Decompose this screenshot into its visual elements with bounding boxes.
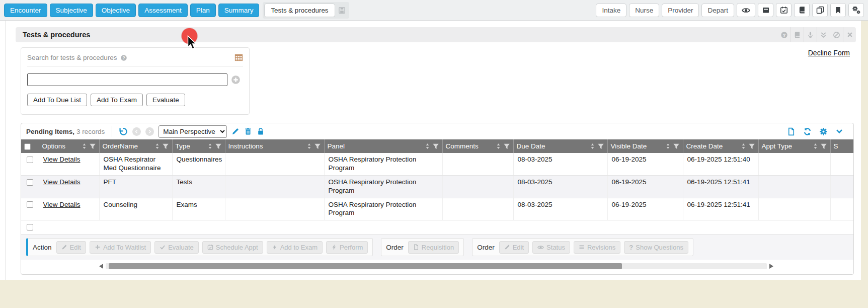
sort-icon[interactable] bbox=[589, 143, 596, 149]
search-input[interactable] bbox=[27, 73, 227, 86]
next-perspective-icon[interactable] bbox=[145, 127, 154, 136]
scroll-left-arrow[interactable] bbox=[99, 264, 103, 269]
refresh-icon[interactable] bbox=[803, 127, 812, 136]
new-document-icon[interactable] bbox=[787, 127, 796, 136]
collapse-chevron-down-icon[interactable] bbox=[835, 127, 843, 135]
sort-icon[interactable] bbox=[812, 143, 819, 149]
book-icon[interactable] bbox=[791, 27, 804, 42]
depart-button[interactable]: Depart bbox=[701, 4, 734, 17]
sort-icon[interactable] bbox=[665, 143, 671, 149]
bookmark-button[interactable] bbox=[830, 3, 846, 17]
cell-type: Tests bbox=[172, 175, 225, 198]
sort-icon[interactable] bbox=[207, 143, 213, 149]
filter-icon[interactable] bbox=[673, 143, 680, 150]
add-plus-icon[interactable] bbox=[231, 75, 241, 85]
requisition-button[interactable]: Requisition bbox=[408, 241, 459, 254]
view-details-link[interactable]: View Details bbox=[43, 178, 81, 186]
sort-icon[interactable] bbox=[81, 143, 88, 149]
sort-icon[interactable] bbox=[424, 143, 431, 149]
cell-comments bbox=[442, 175, 513, 198]
search-help-icon[interactable] bbox=[120, 54, 127, 61]
row-checkbox[interactable] bbox=[27, 179, 33, 186]
col-options: Options bbox=[42, 142, 66, 150]
tab-tests-procedures[interactable]: Tests & procedures bbox=[264, 4, 335, 17]
evaluate-button[interactable]: Evaluate bbox=[146, 94, 185, 106]
cell-panel: OSHA Respiratory Protection Program bbox=[324, 198, 442, 220]
copy-button[interactable] bbox=[812, 3, 828, 17]
tab-assessment[interactable]: Assessment bbox=[138, 4, 188, 17]
prev-perspective-icon[interactable] bbox=[132, 127, 141, 136]
schedule-button[interactable] bbox=[776, 3, 792, 17]
grid-settings-gear-icon[interactable] bbox=[819, 127, 828, 136]
scrollbar-thumb[interactable] bbox=[109, 263, 622, 269]
tab-objective[interactable]: Objective bbox=[96, 4, 136, 17]
close-icon[interactable] bbox=[843, 27, 856, 42]
scroll-right-arrow[interactable] bbox=[769, 264, 773, 269]
plus-icon bbox=[95, 244, 101, 250]
add-to-exam-action-button[interactable]: Add to Exam bbox=[267, 241, 323, 254]
intake-button[interactable]: Intake bbox=[596, 4, 626, 17]
sort-icon[interactable] bbox=[495, 143, 502, 149]
row-checkbox[interactable] bbox=[27, 201, 33, 208]
row-checkbox[interactable] bbox=[27, 157, 33, 163]
show-questions-button[interactable]: ?Show Questions bbox=[624, 241, 688, 254]
cell-instructions bbox=[225, 153, 324, 175]
microphone-icon[interactable] bbox=[804, 27, 817, 42]
evaluate-action-button[interactable]: Evaluate bbox=[154, 241, 199, 254]
table-grid-icon[interactable] bbox=[234, 53, 243, 62]
order-edit-button[interactable]: Edit bbox=[499, 241, 529, 254]
filter-icon[interactable] bbox=[597, 143, 604, 150]
sort-icon[interactable] bbox=[740, 143, 747, 149]
cell-type: Exams bbox=[172, 198, 225, 220]
filter-icon[interactable] bbox=[314, 143, 321, 150]
add-to-waitlist-button[interactable]: Add To Waitlist bbox=[90, 241, 151, 254]
filter-icon[interactable] bbox=[748, 143, 755, 150]
eye-button[interactable] bbox=[737, 3, 755, 17]
scrollbar-track[interactable] bbox=[106, 263, 767, 269]
edit-perspective-pencil-icon[interactable] bbox=[231, 127, 240, 135]
settings-button[interactable] bbox=[848, 3, 864, 17]
filter-icon[interactable] bbox=[432, 143, 439, 150]
tab-subjective[interactable]: Subjective bbox=[50, 4, 93, 17]
decline-block-icon[interactable] bbox=[830, 27, 843, 42]
select-all-checkbox[interactable] bbox=[24, 143, 31, 150]
view-details-link[interactable]: View Details bbox=[43, 156, 81, 163]
tab-encounter[interactable]: Encounter bbox=[4, 4, 47, 17]
sort-icon[interactable] bbox=[306, 143, 312, 149]
schedule-appt-button[interactable]: Schedule Appt bbox=[202, 241, 263, 254]
perform-button[interactable]: Perform bbox=[326, 241, 368, 254]
view-details-link[interactable]: View Details bbox=[43, 201, 81, 208]
chart-book-button[interactable] bbox=[794, 3, 810, 17]
col-comments: Comments bbox=[446, 142, 479, 150]
filter-icon[interactable] bbox=[162, 143, 169, 150]
tab-summary[interactable]: Summary bbox=[218, 4, 260, 17]
collapse-double-chevron-icon[interactable] bbox=[817, 27, 830, 42]
add-to-exam-button[interactable]: Add To Exam bbox=[91, 94, 143, 106]
nurse-button[interactable]: Nurse bbox=[629, 4, 659, 17]
lock-icon[interactable] bbox=[257, 127, 265, 135]
pending-items-table: Options OrderName Type Instructions Pane… bbox=[21, 139, 854, 235]
provider-button[interactable]: Provider bbox=[662, 4, 699, 17]
row-checkbox[interactable] bbox=[27, 224, 33, 230]
page-body: Tests & procedures Search for tests & pr… bbox=[0, 21, 868, 308]
decline-form-link[interactable]: Decline Form bbox=[808, 49, 850, 57]
delete-trash-icon[interactable] bbox=[244, 127, 252, 135]
filter-icon[interactable] bbox=[820, 143, 827, 150]
archive-button[interactable] bbox=[758, 3, 773, 17]
filter-icon[interactable] bbox=[503, 143, 510, 150]
undo-icon[interactable] bbox=[118, 127, 128, 136]
help-icon[interactable] bbox=[777, 27, 791, 42]
filter-icon[interactable] bbox=[89, 143, 96, 150]
status-button[interactable]: Status bbox=[532, 241, 570, 254]
section-header-icons bbox=[777, 27, 856, 42]
cell-due-date: 08-03-2025 bbox=[513, 175, 607, 198]
filter-icon[interactable] bbox=[215, 143, 222, 150]
edit-button[interactable]: Edit bbox=[56, 241, 86, 254]
add-to-due-list-button[interactable]: Add To Due List bbox=[27, 94, 87, 106]
perspective-select[interactable]: Main Perspective bbox=[159, 125, 227, 138]
revisions-button[interactable]: Revisions bbox=[574, 241, 620, 254]
sort-icon[interactable] bbox=[154, 143, 161, 149]
pending-items-title: Pending Items, bbox=[26, 128, 74, 135]
tab-plan[interactable]: Plan bbox=[190, 4, 216, 17]
cell-type: Questionnaires bbox=[172, 153, 225, 175]
